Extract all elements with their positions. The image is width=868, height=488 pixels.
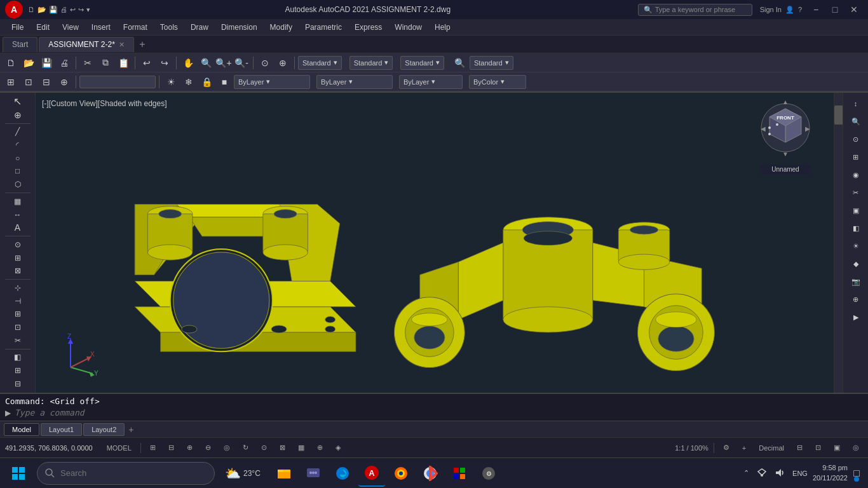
rt-light[interactable]: ☀ (841, 238, 869, 254)
tb-cut[interactable]: ✂ (79, 55, 96, 71)
command-input[interactable] (15, 408, 863, 417)
save-btn[interactable]: 💾 (49, 6, 58, 14)
tool-hatch[interactable]: ▦ (3, 195, 32, 208)
tb-open[interactable]: 📂 (20, 55, 37, 71)
tool-line[interactable]: ╱ (3, 125, 32, 138)
standard-dropdown-2[interactable]: Standard ▾ (349, 56, 393, 70)
tab-add-btn[interactable]: + (135, 37, 149, 51)
rt-render[interactable]: ◉ (841, 166, 869, 183)
rt-3d[interactable]: ⊞ (841, 149, 869, 165)
tool-poly[interactable]: ⬡ (3, 178, 32, 191)
standard-dropdown-1[interactable]: Standard ▾ (298, 56, 342, 70)
tb-paste[interactable]: 📋 (115, 55, 132, 71)
status-add[interactable]: + (738, 441, 750, 455)
redo-btn[interactable]: ↪ (78, 6, 84, 14)
rt-orbit[interactable]: ⊙ (841, 131, 869, 147)
taskbar-chat[interactable] (300, 460, 327, 487)
tool-text[interactable]: A (3, 221, 32, 234)
standard-dropdown-4[interactable]: Standard ▾ (470, 56, 513, 70)
status-ortho[interactable]: ⊕ (183, 441, 196, 455)
menu-insert[interactable]: Insert (85, 21, 117, 34)
linetype-dropdown[interactable]: ByLayer ▾ (399, 75, 463, 89)
tray-clock[interactable]: 9:58 pm 20/11/2022 (813, 463, 848, 483)
tray-hidden-icons[interactable]: ⌃ (741, 468, 752, 478)
tool-select[interactable]: ↖ (3, 95, 32, 108)
status-ducs[interactable]: ⊙ (257, 441, 271, 455)
layout-tab-2[interactable]: Layout2 (83, 423, 125, 436)
status-isolate[interactable]: ⊟ (793, 441, 806, 455)
taskbar-app6[interactable] (446, 460, 473, 487)
tb-layer-1[interactable]: ⊞ (3, 74, 19, 90)
standard-dropdown-3[interactable]: Standard ▾ (400, 56, 444, 70)
tool-3d-orbit[interactable]: ⊙ (3, 238, 32, 251)
tool-circle[interactable]: ○ (3, 152, 32, 165)
menu-edit[interactable]: Edit (30, 21, 56, 34)
tb-save[interactable]: 💾 (38, 55, 55, 71)
menu-draw[interactable]: Draw (184, 21, 215, 34)
tb-new[interactable]: 🗋 (3, 55, 19, 71)
status-model[interactable]: MODEL (103, 441, 135, 455)
status-qs[interactable]: ◈ (332, 441, 344, 455)
view-cube[interactable]: FRONT ▲ ▼ ◀ ▶ Unnamed (760, 99, 811, 163)
layer-input[interactable] (79, 76, 156, 88)
taskbar-file-explorer[interactable] (271, 460, 297, 487)
tray-network[interactable] (754, 466, 770, 480)
tb-layer-2[interactable]: ⊡ (20, 74, 37, 90)
lineweight-dropdown[interactable]: ByColor ▾ (469, 75, 526, 89)
tool-3d-cyl[interactable]: ⊠ (3, 264, 32, 277)
viewport[interactable]: [-][Custom View][Shaded with edges] (36, 93, 843, 393)
menu-format[interactable]: Format (117, 21, 154, 34)
tb-zoom-rt[interactable]: 🔍 (198, 55, 214, 71)
menu-window[interactable]: Window (388, 21, 428, 34)
tb-3d[interactable]: ⊕ (275, 55, 291, 71)
status-customize[interactable]: ◎ (849, 441, 863, 455)
menu-view[interactable]: View (56, 21, 85, 34)
print-btn[interactable]: 🖨 (60, 6, 67, 13)
rt-section[interactable]: ▣ (841, 202, 869, 219)
taskbar-autocad[interactable]: A (358, 460, 385, 487)
status-tp[interactable]: ⊕ (313, 441, 327, 455)
tool-block[interactable]: ⊟ (3, 377, 32, 390)
notification-center[interactable]: □ (850, 460, 863, 487)
menu-express[interactable]: Express (348, 21, 388, 34)
rt-camera[interactable]: 📷 (841, 273, 869, 290)
tb-redo[interactable]: ↪ (156, 55, 173, 71)
menu-file[interactable]: File (5, 21, 30, 34)
layout-tab-add[interactable]: + (126, 424, 136, 435)
viewport-scrollbar-right[interactable] (834, 93, 843, 393)
status-osnap[interactable]: ◎ (220, 441, 234, 455)
menu-help[interactable]: Help (428, 21, 457, 34)
layout-tab-model[interactable]: Model (4, 423, 39, 436)
rt-pan[interactable]: ↕ (841, 95, 869, 112)
tray-volume[interactable] (772, 466, 787, 480)
rt-animate[interactable]: ▶ (841, 309, 869, 325)
menu-tools[interactable]: Tools (154, 21, 184, 34)
taskbar-search-bar[interactable] (37, 462, 215, 485)
status-dyn[interactable]: ⊠ (276, 441, 289, 455)
rt-clip[interactable]: ✂ (841, 184, 869, 201)
status-settings[interactable]: ⚙ (719, 441, 733, 455)
tool-props[interactable]: ⊞ (3, 364, 32, 377)
tool-dim[interactable]: ↔ (3, 208, 32, 221)
rt-material[interactable]: ◆ (841, 255, 869, 272)
color-dropdown[interactable]: ByLayer ▾ (316, 75, 393, 89)
tool-move[interactable]: ⊕ (3, 109, 32, 121)
minimize-btn[interactable]: − (807, 2, 825, 17)
taskbar-search-input[interactable] (60, 468, 207, 478)
sign-in-btn[interactable]: Sign In (760, 6, 782, 13)
tool-array[interactable]: ⊞ (3, 308, 32, 321)
tool-rect[interactable]: □ (3, 165, 32, 178)
tb-undo[interactable]: ↩ (139, 55, 155, 71)
tb-layer-3[interactable]: ⊟ (38, 74, 55, 90)
tray-language[interactable]: ENG (790, 468, 810, 478)
tab-start[interactable]: Start (3, 37, 37, 52)
tool-layer[interactable]: ◧ (3, 351, 32, 364)
tool-3d-box[interactable]: ⊞ (3, 252, 32, 264)
start-button[interactable] (5, 460, 32, 487)
tb-layer-vis[interactable]: ☀ (163, 74, 179, 90)
layout-tab-1[interactable]: Layout1 (41, 423, 82, 436)
tool-mirror[interactable]: ⊣ (3, 295, 32, 308)
menu-dimension[interactable]: Dimension (215, 21, 264, 34)
status-otrack[interactable]: ↻ (239, 441, 252, 455)
status-lw[interactable]: ▦ (294, 441, 308, 455)
